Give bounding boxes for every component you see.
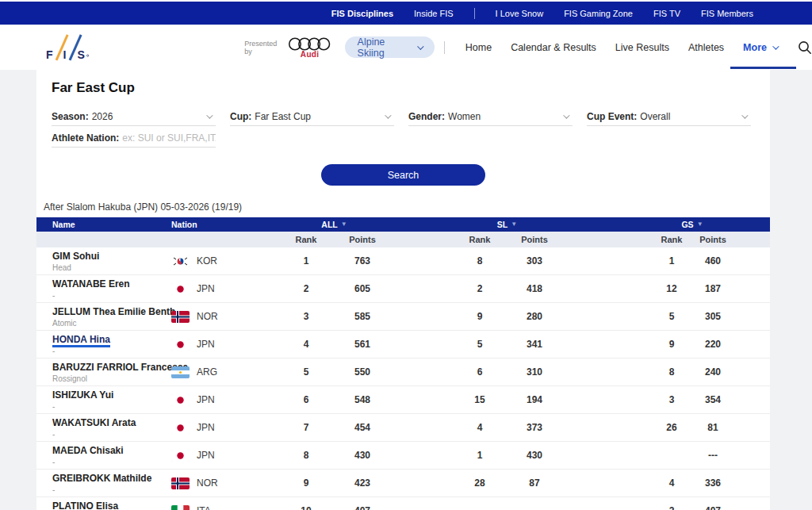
athlete-name[interactable]: HONDA Hina bbox=[52, 334, 110, 347]
discipline-selector[interactable]: Alpine Skiing bbox=[345, 36, 435, 58]
svg-text:I: I bbox=[63, 48, 67, 60]
sort-desc-icon: ▼ bbox=[341, 221, 347, 228]
topbar-item-i-love-snow[interactable]: I Love Snow bbox=[496, 9, 544, 18]
all-points-value: 550 bbox=[339, 366, 386, 378]
athlete-nation-filter[interactable]: Athlete Nation: bbox=[52, 128, 216, 148]
table-row[interactable]: PLATINO Elisa Head ITA 10 407 --- 2 407 bbox=[36, 497, 770, 510]
audi-wordmark: Audi bbox=[301, 50, 319, 59]
athlete-name[interactable]: PLATINO Elisa bbox=[52, 500, 118, 510]
cup-filter[interactable]: Cup: Far East Cup bbox=[230, 107, 394, 126]
nation-code: ITA bbox=[197, 505, 211, 510]
athlete-nation-filter-label: Athlete Nation: bbox=[52, 132, 119, 144]
standings-status-line: After Slalom Hakuba (JPN) 05-03-2026 (19… bbox=[44, 201, 770, 213]
all-points-value: 605 bbox=[339, 283, 386, 294]
chevron-down-icon bbox=[741, 112, 748, 118]
cup-event-filter-label: Cup Event: bbox=[587, 111, 637, 122]
nation-code: JPN bbox=[197, 339, 215, 350]
athlete-name[interactable]: WATANABE Eren bbox=[52, 278, 130, 290]
topbar-item-inside-fis[interactable]: Inside FIS bbox=[414, 9, 454, 18]
athlete-name[interactable]: GREIBROKK Mathilde bbox=[52, 473, 151, 484]
nation-column-header: Nation bbox=[171, 220, 282, 229]
sl-points-value: 310 bbox=[511, 366, 558, 378]
table-row[interactable]: MAEDA Chisaki - JPN 8 430 1 430 --- bbox=[36, 442, 770, 470]
athlete-name[interactable]: JELLUM Thea Emilie Benth bbox=[52, 306, 175, 317]
table-row[interactable]: GREIBROKK Mathilde - NOR 9 423 28 87 4 3… bbox=[36, 470, 770, 497]
gender-filter[interactable]: Gender: Women bbox=[408, 107, 573, 126]
gs-points-value: 240 bbox=[693, 366, 733, 378]
svg-text:S: S bbox=[77, 48, 84, 60]
sl-rank-value: 1 bbox=[456, 450, 504, 461]
nav-item-more[interactable]: More bbox=[733, 25, 787, 70]
gender-filter-value: Women bbox=[448, 111, 481, 122]
gs-points-value: 220 bbox=[693, 339, 733, 350]
topbar-item-fis-disciplines[interactable]: FIS Disciplines bbox=[331, 9, 393, 18]
table-row[interactable]: HONDA Hina - JPN 4 561 5 341 9 220 bbox=[36, 331, 770, 359]
presented-by-block: Presented by Audi bbox=[244, 36, 331, 59]
topbar-item-fis-tv[interactable]: FIS TV bbox=[653, 9, 680, 18]
search-icon[interactable] bbox=[798, 40, 812, 55]
nav-item-athletes[interactable]: Athletes bbox=[679, 25, 733, 70]
athlete-name[interactable]: BARUZZI FARRIOL Francesca bbox=[52, 362, 188, 373]
sl-rank-value: 15 bbox=[456, 394, 504, 405]
season-filter[interactable]: Season: 2026 bbox=[52, 107, 216, 126]
nav-item-calendar-results[interactable]: Calendar & Results bbox=[501, 25, 606, 70]
table-row[interactable]: WAKATSUKI Arata - JPN 7 454 4 373 26 81 bbox=[36, 414, 770, 442]
table-row[interactable]: BARUZZI FARRIOL Francesca Rossignol ARG … bbox=[36, 359, 770, 386]
gs-rank-value: 8 bbox=[652, 366, 691, 378]
main-header: F I S Presented by Audi Alpine Skiing Ho… bbox=[0, 25, 812, 70]
gs-rank-value: 1 bbox=[652, 255, 691, 267]
flag-arg-icon bbox=[171, 366, 190, 378]
nav-item-live-results[interactable]: Live Results bbox=[606, 25, 679, 70]
search-button[interactable]: Search bbox=[321, 164, 485, 186]
sl-points-value: --- bbox=[511, 505, 558, 510]
nation-code: JPN bbox=[197, 394, 215, 405]
nation-code: NOR bbox=[197, 477, 218, 489]
chevron-down-icon bbox=[563, 112, 569, 118]
fis-logo-icon[interactable]: F I S bbox=[44, 32, 92, 63]
header-divider bbox=[444, 41, 445, 54]
gs-group-header[interactable]: GS ▼ bbox=[652, 220, 733, 229]
athlete-name[interactable]: GIM Sohui bbox=[52, 251, 99, 262]
flag-jpn-icon bbox=[171, 394, 190, 406]
cup-event-filter[interactable]: Cup Event: Overall bbox=[587, 107, 751, 126]
sl-rank-value: 8 bbox=[456, 255, 504, 267]
gs-rank-value: 3 bbox=[652, 394, 691, 405]
topbar-item-fis-members[interactable]: FIS Members bbox=[701, 9, 753, 18]
gs-rank-value: 26 bbox=[652, 422, 691, 433]
topbar-item-fis-gaming-zone[interactable]: FIS Gaming Zone bbox=[564, 9, 633, 18]
flag-jpn-icon bbox=[171, 422, 190, 434]
sl-group-header[interactable]: SL ▼ bbox=[456, 220, 558, 229]
cup-event-filter-value: Overall bbox=[640, 111, 670, 122]
all-rank-value: 7 bbox=[282, 422, 330, 433]
athlete-name[interactable]: MAEDA Chisaki bbox=[52, 445, 124, 456]
discipline-selector-label: Alpine Skiing bbox=[358, 36, 412, 59]
table-row[interactable]: GIM Sohui Head KOR 1 763 8 303 1 460 bbox=[36, 247, 770, 275]
all-points-value: 407 bbox=[339, 505, 386, 510]
athlete-sponsor: Head bbox=[52, 263, 171, 272]
all-rank-value: 8 bbox=[282, 450, 330, 461]
content-card: Far East Cup Season: 2026 Cup: Far East … bbox=[36, 70, 770, 510]
gs-points-value: 187 bbox=[693, 283, 733, 294]
athlete-nation-input[interactable] bbox=[122, 132, 216, 144]
rank-subheader: Rank bbox=[652, 235, 691, 244]
page-title: Far East Cup bbox=[36, 70, 770, 96]
table-row[interactable]: JELLUM Thea Emilie Benth Atomic NOR 3 58… bbox=[36, 303, 770, 331]
nation-code: ARG bbox=[197, 366, 217, 378]
table-row[interactable]: WATANABE Eren - JPN 2 605 2 418 12 187 bbox=[36, 275, 770, 303]
all-rank-value: 3 bbox=[282, 311, 330, 322]
topbar-divider bbox=[474, 8, 475, 19]
season-filter-label: Season: bbox=[52, 111, 89, 122]
nation-code: NOR bbox=[197, 311, 218, 322]
nav-item-home[interactable]: Home bbox=[456, 25, 501, 70]
chevron-down-icon bbox=[417, 43, 423, 49]
top-utility-bar: FIS Disciplines Inside FIS I Love Snow F… bbox=[0, 0, 812, 25]
gs-rank-value: 12 bbox=[652, 283, 691, 294]
all-group-header[interactable]: ALL ▼ bbox=[282, 220, 386, 229]
athlete-name[interactable]: ISHIZUKA Yui bbox=[52, 389, 113, 401]
gs-points-value: 460 bbox=[693, 255, 733, 267]
athlete-name[interactable]: WAKATSUKI Arata bbox=[52, 417, 136, 428]
sl-rank-value: 28 bbox=[456, 477, 504, 489]
athlete-sponsor: Rossignol bbox=[52, 374, 171, 383]
table-header-row: Name Nation ALL ▼ SL ▼ GS ▼ bbox=[36, 217, 770, 232]
table-row[interactable]: ISHIZUKA Yui - JPN 6 548 15 194 3 354 bbox=[36, 386, 770, 414]
